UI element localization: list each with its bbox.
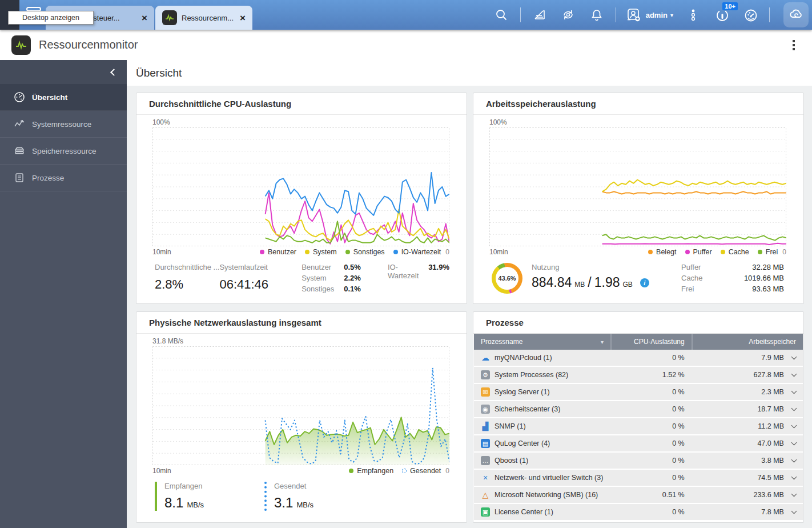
process-row[interactable]: △Microsoft Networking (SMB) (16)0.51 %23… <box>474 487 803 504</box>
chevron-down-icon: ▾ <box>670 12 673 18</box>
chevron-down-icon[interactable] <box>791 509 797 514</box>
snmp-icon: ▟ <box>481 422 490 431</box>
legend-item: Puffer <box>685 248 712 256</box>
process-row[interactable]: ▤QuLog Center (4)0 %47.0 MB <box>474 435 803 453</box>
app-title: Ressourcenmonitor <box>39 38 138 51</box>
close-icon[interactable]: × <box>142 13 147 23</box>
sidebar-item-prozesse[interactable]: Prozesse <box>0 165 127 191</box>
process-memory: 74.5 MB <box>757 474 784 482</box>
process-row[interactable]: …Qboost (1)0 %3.8 MB <box>474 453 803 470</box>
background-tasks-icon[interactable]: 10+ <box>715 8 729 22</box>
network-chart <box>152 346 449 465</box>
chevron-down-icon[interactable] <box>791 491 797 497</box>
process-row[interactable]: ◉Sicherheitscenter (3)0 %18.7 MB <box>474 401 803 418</box>
network-tx-unit: MB/s <box>296 501 313 509</box>
column-header-cpu[interactable]: CPU-Auslastung <box>610 334 692 350</box>
smb-icon: △ <box>481 490 490 499</box>
security-center-icon: ◉ <box>481 405 490 414</box>
chevron-down-icon[interactable] <box>791 457 797 463</box>
more-dots-icon[interactable] <box>686 8 700 22</box>
cpu-y-max-label: 100% <box>152 118 449 126</box>
process-row[interactable]: ▣License Center (1)0 %7.8 MB <box>474 504 803 521</box>
cloud-icon <box>788 7 804 23</box>
myqnapcloud-button[interactable] <box>783 2 809 27</box>
license-center-icon: ▣ <box>481 507 490 517</box>
chevron-down-icon[interactable] <box>791 474 797 480</box>
process-row[interactable]: ☁myQNAPcloud (1)0 %7.9 MB <box>474 350 803 367</box>
process-name: SNMP (1) <box>495 422 526 430</box>
stat-row: Benutzer0.5% <box>302 263 372 271</box>
chevron-down-icon[interactable] <box>791 389 797 394</box>
info-icon[interactable]: i <box>640 278 649 287</box>
legend-item: Cache <box>721 248 749 256</box>
tab-ressourcenmonitor[interactable]: Ressourcenm... × <box>155 6 252 30</box>
column-header-prozessname[interactable]: Prozessname ▾ <box>474 334 610 350</box>
process-row[interactable]: ×Netzwerk- und virtueller Switch (3)0 %7… <box>474 470 803 487</box>
kebab-menu-icon[interactable] <box>793 40 795 50</box>
legend-item: Empfangen <box>349 467 393 475</box>
chevron-down-icon[interactable] <box>791 354 797 360</box>
layers-icon[interactable] <box>533 8 546 22</box>
column-header-memory[interactable]: Arbeitsspeicher <box>692 334 803 350</box>
process-row[interactable]: ✉Syslog Server (1)0 %2.3 MB <box>474 384 803 401</box>
process-name: Syslog Server (1) <box>495 388 550 396</box>
legend-dot-marker <box>648 250 653 254</box>
process-row[interactable]: ▟SNMP (1)0 %11.2 MB <box>474 418 803 435</box>
memory-x-left-label: 10min <box>489 248 508 256</box>
chevron-down-icon[interactable] <box>791 406 797 411</box>
syslog-server-icon: ✉ <box>481 387 490 397</box>
screen: Desktop anzeigen Systemsteuer... × Resso… <box>0 0 812 528</box>
network-stats: Empfangen 8.1 MB/s Gesendet 3.1 <box>152 482 449 511</box>
chevron-left-icon <box>110 69 118 76</box>
process-name: Microsoft Networking (SMB) (16) <box>495 491 598 499</box>
cpu-legend: BenutzerSystemSonstigesIO-Wartezeit <box>260 248 441 256</box>
system-processes-icon: ⚙ <box>481 370 490 379</box>
sidebar-item-speicherressource[interactable]: Speicherressource <box>0 138 127 165</box>
process-cpu: 0 % <box>610 508 692 516</box>
processes-panel: Prozesse Prozessname ▾ CPU-Auslastung <box>473 311 804 523</box>
process-memory: 7.9 MB <box>761 354 784 362</box>
chevron-down-icon[interactable] <box>791 440 797 446</box>
memory-y-max-label: 100% <box>489 118 786 126</box>
network-rx-value: 8.1 <box>164 495 183 511</box>
cpu-io-label: IO-Wartezeit <box>388 263 420 280</box>
dashboard-icon[interactable] <box>743 8 757 22</box>
task-count-badge: 10+ <box>722 2 738 10</box>
divider <box>616 7 616 22</box>
processes-rows: ☁myQNAPcloud (1)0 %7.9 MB⚙System Process… <box>474 350 803 521</box>
user-menu[interactable]: admin ▾ <box>626 7 673 22</box>
sidebar-collapse-button[interactable] <box>0 60 127 84</box>
chevron-down-icon[interactable] <box>791 371 797 377</box>
network-x-right-label: 0 <box>445 467 449 475</box>
process-row[interactable]: ⚙System Processes (82)1.52 %627.8 MB <box>474 367 803 384</box>
notifications-bell-icon[interactable] <box>590 8 604 22</box>
network-tx-label: Gesendet <box>274 482 313 490</box>
cpu-stats: Durchschnittliche ... 2.8% Systemlaufzei… <box>152 263 449 295</box>
topbar: Desktop anzeigen Systemsteuer... × Resso… <box>0 0 812 30</box>
user-avatar-icon <box>626 7 641 22</box>
process-list-icon <box>14 172 25 183</box>
process-memory: 47.0 MB <box>757 439 784 447</box>
legend-dot-marker <box>685 250 690 254</box>
search-icon[interactable] <box>495 8 508 22</box>
sidebar-item-systemressource[interactable]: Systemressource <box>0 111 127 138</box>
close-icon[interactable]: × <box>240 13 246 23</box>
memory-kv-list: Puffer32.28 MBCache1019.66 MBFrei93.63 M… <box>681 263 784 295</box>
memory-x-right-label: 0 <box>782 248 786 256</box>
stat-row: Cache1019.66 MB <box>681 274 784 282</box>
resource-monitor-icon <box>162 10 177 25</box>
process-cpu: 0 % <box>610 439 692 447</box>
app-header: Ressourcenmonitor <box>0 30 812 60</box>
sync-icon[interactable] <box>561 8 575 22</box>
process-cpu: 0 % <box>610 354 692 362</box>
memory-used-value: 884.84 <box>532 275 572 290</box>
tab-label: Ressourcenm... <box>182 14 235 22</box>
network-tx-stat: Gesendet 3.1 MB/s <box>264 482 313 511</box>
memory-chart <box>489 127 786 246</box>
cpu-avg-value: 2.8% <box>155 277 219 292</box>
stat-row: Frei93.63 MB <box>681 285 784 293</box>
sidebar-item-uebersicht[interactable]: Übersicht <box>0 84 127 111</box>
chevron-down-icon[interactable] <box>791 423 797 429</box>
legend-dot-marker <box>305 250 309 254</box>
stat-row: Puffer32.28 MB <box>681 263 784 271</box>
